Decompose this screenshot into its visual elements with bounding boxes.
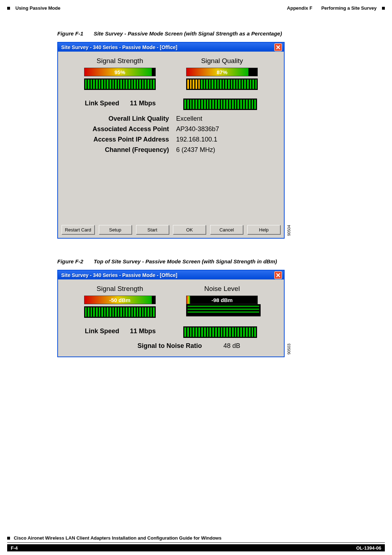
signal-quality-meter: 87%: [186, 68, 258, 90]
page-header: Using Passive Mode Appendix F Performing…: [0, 0, 392, 13]
close-icon[interactable]: [274, 43, 282, 51]
snr-value: 48 dB: [223, 342, 240, 350]
detail-label: Associated Access Point: [69, 125, 176, 133]
appendix-label: Appendix F: [287, 5, 313, 11]
figure-1-details: Overall Link QualityExcellentAssociated …: [69, 114, 273, 155]
section-name: Using Passive Mode: [15, 5, 61, 11]
figure-2-num: Figure F-2: [57, 258, 83, 264]
link-speed-label: Link Speed: [85, 100, 119, 107]
figure-1-buttons: Restart CardSetupStartOKCancelHelp: [58, 221, 284, 238]
figure-1-text: Site Survey - Passive Mode Screen (with …: [94, 30, 282, 37]
detail-label: Overall Link Quality: [69, 115, 176, 123]
help-button[interactable]: Help: [247, 225, 280, 234]
ok-button[interactable]: OK: [173, 225, 206, 234]
detail-value: AP340-3836b7: [176, 125, 273, 133]
restart-card-button[interactable]: Restart Card: [62, 225, 95, 234]
noise-level-meter: -98 dBm: [186, 296, 258, 318]
link-speed-value: 11 Mbps: [130, 100, 156, 107]
detail-value: Excellent: [176, 115, 273, 123]
link-speed-history: [183, 99, 257, 110]
header-square-left: [7, 7, 10, 10]
snr-label: Signal to Noise Ratio: [102, 342, 223, 350]
appendix-title: Performing a Site Survey: [321, 5, 377, 11]
signal-strength-header: Signal Strength: [73, 57, 166, 65]
detail-value: 6 (2437 MHz): [176, 146, 273, 154]
link-speed-value-2: 11 Mbps: [130, 327, 156, 335]
detail-label: Channel (Frequency): [69, 146, 176, 154]
book-title: Cisco Aironet Wireless LAN Client Adapte…: [14, 535, 221, 541]
noise-level-value: -98 dBm: [212, 297, 233, 303]
figure-1-num: Figure F-1: [57, 30, 83, 37]
cancel-button[interactable]: Cancel: [210, 225, 243, 234]
figure-1-id: 90504: [287, 225, 291, 236]
doc-number: OL-1394-06: [356, 545, 381, 551]
footer-square: [7, 537, 10, 540]
titlebar-2-text: Site Survey - 340 Series - Passive Mode …: [60, 272, 177, 278]
page-number: F-4: [11, 545, 18, 551]
signal-quality-header: Signal Quality: [175, 57, 268, 65]
header-square-right: [382, 7, 385, 10]
signal-strength-history: [84, 78, 156, 90]
start-button[interactable]: Start: [136, 225, 169, 234]
figure-1-window: Site Survey - 340 Series - Passive Mode …: [57, 42, 285, 239]
figure-2-caption: Figure F-2 Top of Site Survey - Passive …: [57, 258, 367, 264]
signal-strength-meter: 95%: [84, 68, 156, 90]
link-speed-history-2: [183, 326, 257, 338]
figure-1-caption: Figure F-1 Site Survey - Passive Mode Sc…: [57, 30, 367, 37]
close-icon[interactable]: [274, 271, 282, 279]
signal-quality-history: [186, 78, 258, 90]
signal-strength-meter-2: -50 dBm: [84, 296, 156, 318]
setup-button[interactable]: Setup: [99, 225, 132, 234]
titlebar-1-text: Site Survey - 340 Series - Passive Mode …: [60, 44, 177, 50]
signal-quality-value: 87%: [217, 69, 227, 75]
titlebar-2: Site Survey - 340 Series - Passive Mode …: [58, 271, 284, 279]
signal-strength-value-2: -50 dBm: [109, 297, 130, 303]
noise-level-history: [186, 304, 261, 316]
detail-value: 192.168.100.1: [176, 136, 273, 143]
figure-2-text: Top of Site Survey - Passive Mode Screen…: [94, 258, 277, 264]
page-footer: Cisco Aironet Wireless LAN Client Adapte…: [0, 535, 392, 555]
titlebar-1: Site Survey - 340 Series - Passive Mode …: [58, 43, 284, 52]
link-speed-label-2: Link Speed: [85, 327, 119, 335]
noise-level-header: Noise Level: [175, 285, 268, 293]
detail-label: Access Point IP Address: [69, 136, 176, 143]
figure-2-window: Site Survey - 340 Series - Passive Mode …: [57, 270, 285, 357]
signal-strength-history-2: [84, 306, 156, 318]
signal-strength-value: 95%: [115, 69, 125, 75]
figure-2-id: 90503: [287, 344, 291, 355]
signal-strength-header-2: Signal Strength: [73, 285, 166, 293]
